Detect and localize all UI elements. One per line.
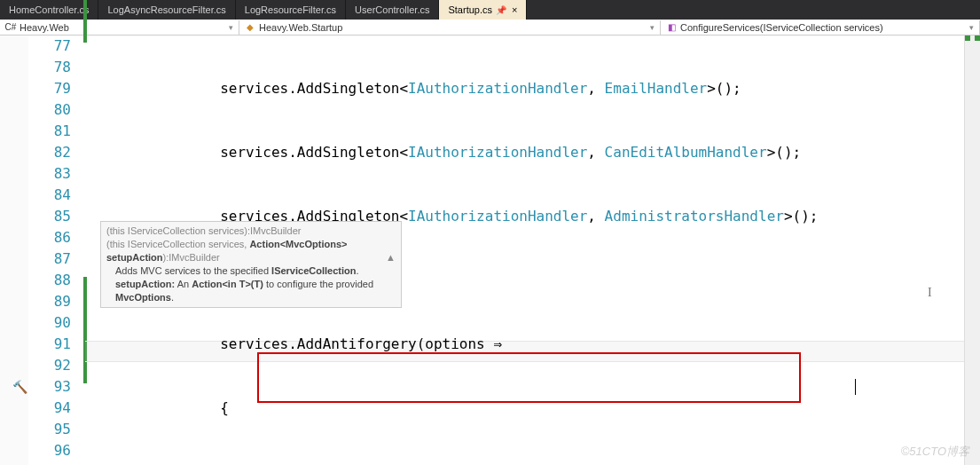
method-icon: ◧ [666,22,677,33]
scroll-marker [965,35,970,41]
nav-member-label: ConfigureServices(IServiceCollection ser… [680,22,883,33]
text-cursor [855,379,856,395]
csharp-icon: C# [5,22,16,33]
scrollbar[interactable] [964,35,980,465]
watermark: ©51CTO博客 [901,444,969,460]
build-icon: 🔨 [12,380,27,394]
class-icon: ◆ [245,22,255,33]
close-icon[interactable]: × [512,4,517,15]
pin-icon[interactable]: 📌 [496,5,506,15]
tab-startup[interactable]: Startup.cs📌× [439,0,527,20]
chevron-down-icon: ▾ [969,23,974,32]
nav-project-selector[interactable]: C# Heavy.Web ▾ [0,20,239,35]
breakpoint-margin[interactable] [0,35,28,465]
nav-class-label: Heavy.Web.Startup [259,22,342,33]
nav-member-selector[interactable]: ◧ ConfigureServices(IServiceCollection s… [661,20,980,35]
chevron-down-icon: ▾ [650,23,655,32]
nav-project-label: Heavy.Web [20,22,69,33]
scroll-marker [975,35,980,41]
nav-bar: C# Heavy.Web ▾ ◆ Heavy.Web.Startup ▾ ◧ C… [0,20,980,35]
tab-user-controller[interactable]: UserController.cs [346,0,439,20]
tab-log-resource-filter[interactable]: LogResourceFilter.cs [236,0,346,20]
chevron-down-icon: ▾ [229,23,233,32]
nav-class-selector[interactable]: ◆ Heavy.Web.Startup ▾ [239,20,661,35]
intellisense-tooltip: (this IServiceCollection services):IMvcB… [100,221,402,308]
line-number-gutter: 77 78 79 80 81 82 83 84 85 86 87 88 89 9… [28,35,83,465]
tab-log-async-filter[interactable]: LogAsyncResourceFilter.cs [98,0,235,20]
tab-bar: HomeController.cs LogAsyncResourceFilter… [0,0,980,20]
i-beam-cursor: I [928,286,932,300]
